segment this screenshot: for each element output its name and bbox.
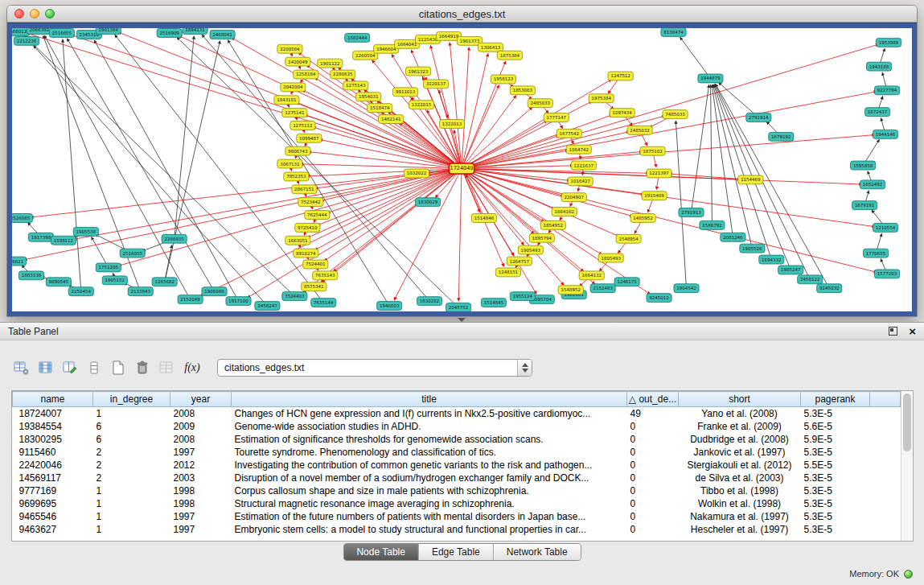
graph-node[interactable]: 7524401 xyxy=(303,260,328,269)
graph-node[interactable]: 1943188 xyxy=(867,62,892,71)
graph-node[interactable]: 2152483 xyxy=(590,284,615,293)
graph-node[interactable]: 1577203 xyxy=(874,270,899,278)
graph-node[interactable]: 2485032 xyxy=(627,126,652,134)
graph-node[interactable]: 1953989 xyxy=(876,38,901,47)
graph-node[interactable]: 1663051 xyxy=(285,236,310,245)
graph-node[interactable]: 1064742 xyxy=(566,145,591,154)
graph-node[interactable]: 1514845 xyxy=(481,299,506,307)
table-mode-button[interactable] xyxy=(11,358,32,377)
graph-node[interactable]: 9245012 xyxy=(647,294,671,303)
graph-node[interactable]: 2042004 xyxy=(281,83,306,92)
graph-node[interactable]: 2280635 xyxy=(331,70,355,79)
graph-node[interactable]: 1679192 xyxy=(769,132,794,141)
graph-node[interactable]: 9806743 xyxy=(285,146,310,155)
show-columns-button[interactable] xyxy=(35,358,56,377)
graph-node[interactable]: 1843181 xyxy=(274,96,299,105)
tab-edge-table[interactable]: Edge Table xyxy=(418,544,493,560)
graph-node[interactable]: 7523442 xyxy=(298,198,323,207)
graph-node[interactable]: 2526065 xyxy=(12,214,33,223)
graph-node[interactable]: 1904542 xyxy=(674,284,699,293)
table-row[interactable]: 1456911722003Disruption of a novel membe… xyxy=(13,472,901,484)
graph-node[interactable]: 2516655 xyxy=(49,28,74,37)
graph-node[interactable]: 1803136 xyxy=(18,271,43,280)
table-row[interactable]: 2242004622012Investigating the contribut… xyxy=(13,459,901,472)
graph-node[interactable]: 2133843 xyxy=(128,287,153,296)
graph-node[interactable]: 1906086 xyxy=(202,287,227,296)
graph-node[interactable]: 1751205 xyxy=(96,263,121,272)
column-header-pagerank[interactable]: pagerank xyxy=(801,392,870,407)
graph-node[interactable]: 9245032 xyxy=(817,284,842,293)
table-row[interactable]: 1938455462009Genome-wide association stu… xyxy=(13,420,901,433)
graph-node[interactable]: 1875384 xyxy=(497,51,522,60)
network-canvas[interactable]: 2566012206639225166552345310190138422122… xyxy=(12,28,912,311)
graph-node[interactable]: 1032022 xyxy=(405,169,429,178)
graph-node[interactable]: 1954031 xyxy=(356,93,381,101)
graph-node[interactable]: 1248151 xyxy=(495,268,520,277)
graph-node[interactable]: 1485952 xyxy=(630,214,655,223)
graph-node[interactable]: 1805493 xyxy=(598,253,623,262)
table-row[interactable]: 946362711997Embryonic stem cells: a mode… xyxy=(13,523,901,536)
table-row[interactable]: 911546021997Tourette syndrome. Phenomeno… xyxy=(13,446,901,459)
graph-node[interactable]: 1917398 xyxy=(28,233,53,241)
graph-node[interactable]: 2266935 xyxy=(162,234,187,243)
column-header-in-degree[interactable]: in_degree xyxy=(93,392,170,407)
graph-node[interactable]: 1664132 xyxy=(579,271,604,280)
graph-node[interactable]: 1582444 xyxy=(345,33,370,42)
row-selector-button[interactable] xyxy=(84,358,105,377)
table-row[interactable]: 946554611997Estimation of the future num… xyxy=(13,510,901,523)
graph-node[interactable]: 2045752 xyxy=(446,303,470,311)
graph-node[interactable]: 1264757 xyxy=(507,257,532,266)
graph-node[interactable]: 1514846 xyxy=(471,214,496,223)
graph-node[interactable]: 1258184 xyxy=(294,70,318,79)
graph-node[interactable]: 1210554 xyxy=(873,223,897,232)
citation-network-graph[interactable]: 2566012206639225166552345310190138422122… xyxy=(12,28,912,311)
graph-node[interactable]: 9890545 xyxy=(46,278,71,286)
graph-node[interactable]: 1097434 xyxy=(610,109,634,117)
graph-node[interactable]: 1875102 xyxy=(640,146,665,155)
graph-node[interactable]: 1186621 xyxy=(12,257,27,266)
graph-node[interactable]: 1975384 xyxy=(589,94,614,103)
graph-node[interactable]: 2516055 xyxy=(120,249,145,257)
graph-node[interactable]: 1905152 xyxy=(102,276,127,285)
column-header-name[interactable]: name xyxy=(13,392,93,407)
window-titlebar[interactable]: citations_edges.txt xyxy=(7,6,917,23)
table-row[interactable]: 977716911998Corpus callosum shape and si… xyxy=(13,484,901,497)
graph-node[interactable]: 1872437 xyxy=(865,108,890,117)
graph-node[interactable]: 7485033 xyxy=(663,110,688,119)
graph-node[interactable]: 7635144 xyxy=(311,299,336,307)
graph-node[interactable]: 2468041 xyxy=(210,30,235,39)
zoom-window-button[interactable] xyxy=(45,9,55,19)
graph-node[interactable]: 7852353 xyxy=(284,172,309,181)
graph-node[interactable]: 1275141 xyxy=(282,109,307,117)
graph-node[interactable]: 1518474 xyxy=(368,104,392,113)
graph-node[interactable]: 1265682 xyxy=(152,278,177,286)
graph-node[interactable]: 2152049 xyxy=(178,295,203,304)
graph-node[interactable]: 3067131 xyxy=(277,159,302,168)
close-window-button[interactable] xyxy=(14,9,24,19)
graph-node[interactable]: 1905493 xyxy=(518,245,543,254)
graph-node[interactable]: 1462141 xyxy=(379,115,404,124)
graph-node[interactable]: 1901384 xyxy=(96,28,121,34)
graph-node[interactable]: 1598112 xyxy=(51,236,76,245)
delete-table-button[interactable] xyxy=(132,358,153,377)
float-panel-icon[interactable] xyxy=(889,327,897,336)
graph-node[interactable]: 2204907 xyxy=(561,193,586,202)
graph-node[interactable]: 1955124 xyxy=(510,292,535,301)
graph-node[interactable]: 1652492 xyxy=(860,180,885,189)
minimize-window-button[interactable] xyxy=(30,9,39,19)
graph-node[interactable]: 2250454 xyxy=(68,287,93,296)
graph-node[interactable]: 1275143 xyxy=(343,81,368,90)
close-panel-icon[interactable]: × xyxy=(909,327,916,336)
import-table-button[interactable] xyxy=(156,358,177,377)
graph-node[interactable]: 1548952 xyxy=(558,286,583,295)
graph-node[interactable]: 1905526 xyxy=(740,244,765,253)
graph-node[interactable]: 2867151 xyxy=(292,185,317,194)
tab-node-table[interactable]: Node Table xyxy=(343,544,418,560)
graph-node[interactable]: 1985247 xyxy=(778,266,803,274)
graph-node[interactable]: 9725410 xyxy=(295,223,320,232)
graph-node[interactable]: 2200584 xyxy=(277,44,302,53)
graph-node[interactable]: 1901122 xyxy=(318,59,343,68)
graph-node[interactable]: 2458247 xyxy=(255,302,280,311)
graph-node[interactable]: 8130474 xyxy=(661,28,686,36)
column-header-title[interactable]: title xyxy=(232,392,627,407)
